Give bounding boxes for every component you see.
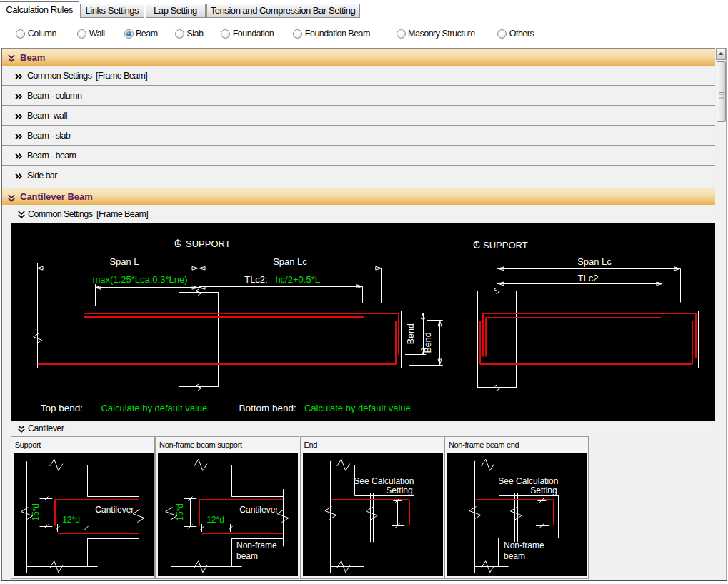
svg-text:Bottom bend:: Bottom bend: (239, 403, 296, 413)
svg-text:beam: beam (236, 551, 258, 561)
svg-text:Calculate by default value: Calculate by default value (101, 403, 207, 413)
svg-text:hc/2+0.5*L: hc/2+0.5*L (275, 274, 320, 285)
svg-text:Top bend:: Top bend: (41, 403, 83, 413)
svg-text:Non-frame: Non-frame (504, 540, 544, 550)
svg-text:12*d: 12*d (62, 515, 80, 525)
svg-text:Calculate by default value: Calculate by default value (304, 403, 411, 413)
svg-text:TLc2: TLc2 (578, 273, 599, 283)
svg-text:TLc2:: TLc2: (244, 274, 268, 285)
svg-text:Setting: Setting (386, 485, 412, 495)
svg-text:L: L (177, 238, 181, 246)
svg-text:max(1.25*Lca,0.3*Lne): max(1.25*Lca,0.3*Lne) (93, 274, 188, 285)
svg-text:12*d: 12*d (207, 515, 225, 525)
svg-text:Bend: Bend (423, 332, 433, 353)
svg-text:SUPPORT: SUPPORT (483, 240, 528, 251)
svg-text:Cantilever: Cantilever (240, 504, 279, 514)
svg-text:15*d: 15*d (175, 503, 185, 521)
svg-text:Span Lc: Span Lc (273, 256, 307, 267)
svg-text:Span L: Span L (109, 256, 139, 267)
svg-text:Setting: Setting (531, 485, 557, 495)
svg-text:Span Lc: Span Lc (577, 256, 612, 267)
svg-text:L: L (476, 240, 480, 248)
svg-text:SUPPORT: SUPPORT (186, 238, 231, 249)
svg-text:15*d: 15*d (31, 503, 41, 521)
svg-text:Non-frame: Non-frame (236, 540, 277, 550)
svg-text:Cantilever: Cantilever (95, 504, 134, 514)
svg-text:beam: beam (504, 551, 525, 561)
svg-text:Bend: Bend (406, 323, 416, 344)
